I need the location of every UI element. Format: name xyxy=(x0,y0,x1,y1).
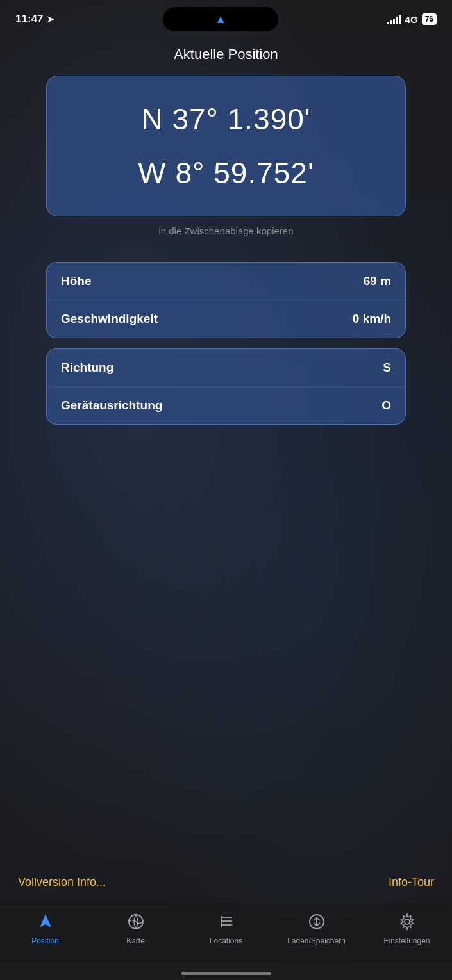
footer-links: Vollversion Info... Info-Tour xyxy=(0,876,452,902)
tab-bar: Position Karte xyxy=(0,902,452,966)
direction-value: S xyxy=(383,361,391,375)
einstellungen-tab-icon xyxy=(396,910,419,933)
status-indicators: 4G 76 xyxy=(387,13,437,25)
locations-tab-label: Locations xyxy=(210,936,242,945)
altitude-row: Höhe 69 m xyxy=(47,263,405,300)
speed-row: Geschwindigkeit 0 km/h xyxy=(47,300,405,338)
device-orientation-row: Gerätausrichtung O xyxy=(47,387,405,424)
speed-label: Geschwindigkeit xyxy=(61,312,158,326)
direction-label: Richtung xyxy=(61,361,113,375)
battery-icon: 76 xyxy=(422,13,437,25)
direction-panel: Richtung S Gerätausrichtung O xyxy=(46,348,406,425)
device-orientation-label: Gerätausrichtung xyxy=(61,398,162,412)
dynamic-island: ▲ xyxy=(163,7,278,31)
svg-marker-0 xyxy=(40,914,51,927)
altitude-value: 69 m xyxy=(364,274,391,288)
network-type: 4G xyxy=(405,14,418,25)
latitude-display: N 37° 1.390' xyxy=(141,102,310,136)
position-tab-label: Position xyxy=(31,936,59,945)
position-tab-icon xyxy=(34,910,57,933)
longitude-display: W 8° 59.752' xyxy=(138,156,314,190)
altitude-speed-panel: Höhe 69 m Geschwindigkeit 0 km/h xyxy=(46,262,406,338)
speed-value: 0 km/h xyxy=(353,312,391,326)
einstellungen-tab-label: Einstellungen xyxy=(383,936,430,945)
karte-tab-icon xyxy=(124,910,147,933)
locations-tab-icon xyxy=(215,910,238,933)
page-title: Aktuelle Position xyxy=(0,35,452,76)
device-orientation-value: O xyxy=(381,398,391,412)
app-nav-icon: ▲ xyxy=(215,13,226,26)
laden-speichern-tab-label: Laden/Speichern xyxy=(287,936,346,945)
tab-karte[interactable]: Karte xyxy=(90,910,181,945)
svg-point-9 xyxy=(405,919,410,924)
laden-speichern-tab-icon xyxy=(305,910,328,933)
home-indicator xyxy=(0,966,452,980)
altitude-label: Höhe xyxy=(61,274,92,288)
info-panels: Höhe 69 m Geschwindigkeit 0 km/h Richtun… xyxy=(46,262,406,435)
tab-laden-speichern[interactable]: Laden/Speichern xyxy=(271,910,362,945)
coordinates-card[interactable]: N 37° 1.390' W 8° 59.752' xyxy=(46,76,406,216)
signal-strength-icon xyxy=(387,14,401,24)
info-tour-link[interactable]: Info-Tour xyxy=(389,876,434,889)
tab-einstellungen[interactable]: Einstellungen xyxy=(362,910,452,945)
tab-position[interactable]: Position xyxy=(0,910,90,945)
time-display: 11:47 xyxy=(15,13,43,26)
copy-hint[interactable]: in die Zwischenablage kopieren xyxy=(0,216,452,236)
karte-tab-label: Karte xyxy=(126,936,145,945)
direction-row: Richtung S xyxy=(47,349,405,387)
status-bar: 11:47 ➤ ▲ 4G 76 xyxy=(0,0,452,35)
battery-indicator: 76 xyxy=(422,13,437,25)
tab-locations[interactable]: Locations xyxy=(181,910,271,945)
location-arrow-icon: ➤ xyxy=(47,14,54,24)
home-bar xyxy=(181,972,271,975)
status-time: 11:47 ➤ xyxy=(15,13,54,26)
vollversion-info-link[interactable]: Vollversion Info... xyxy=(18,876,106,889)
